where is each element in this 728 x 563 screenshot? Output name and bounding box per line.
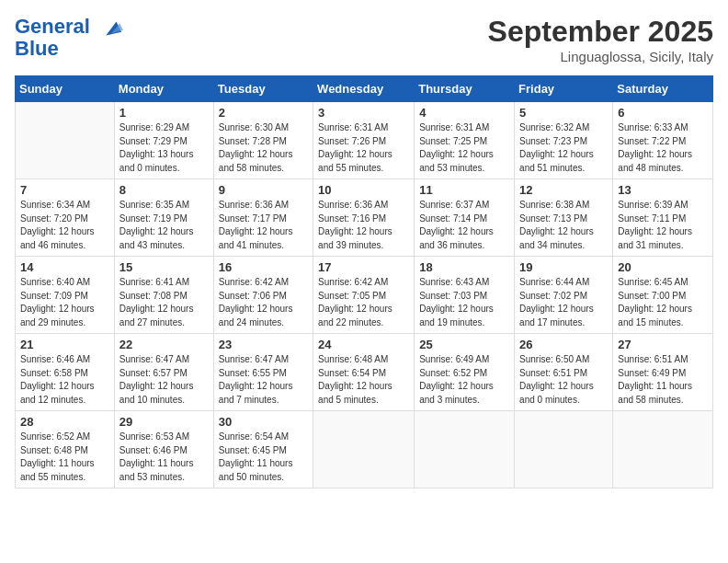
day-info: Sunrise: 6:45 AMSunset: 7:00 PMDaylight:…: [618, 276, 708, 329]
weekday-monday: Monday: [114, 76, 213, 102]
calendar-cell: 12Sunrise: 6:38 AMSunset: 7:13 PMDayligh…: [515, 179, 613, 257]
calendar-cell: 1Sunrise: 6:29 AMSunset: 7:29 PMDaylight…: [114, 102, 213, 179]
calendar-cell: [313, 411, 415, 488]
calendar-cell: 8Sunrise: 6:35 AMSunset: 7:19 PMDaylight…: [114, 179, 213, 257]
day-number: 9: [219, 183, 308, 197]
day-number: 30: [219, 415, 308, 429]
calendar-cell: 9Sunrise: 6:36 AMSunset: 7:17 PMDaylight…: [213, 179, 313, 257]
day-info: Sunrise: 6:39 AMSunset: 7:11 PMDaylight:…: [618, 199, 708, 252]
calendar-cell: 16Sunrise: 6:42 AMSunset: 7:06 PMDayligh…: [213, 257, 313, 334]
weekday-friday: Friday: [515, 76, 613, 102]
day-number: 5: [519, 106, 608, 120]
day-number: 20: [618, 260, 708, 274]
day-info: Sunrise: 6:49 AMSunset: 6:52 PMDaylight:…: [419, 353, 509, 407]
calendar-body: 1Sunrise: 6:29 AMSunset: 7:29 PMDaylight…: [16, 102, 713, 488]
calendar-cell: 13Sunrise: 6:39 AMSunset: 7:11 PMDayligh…: [613, 179, 713, 257]
day-info: Sunrise: 6:48 AMSunset: 6:54 PMDaylight:…: [318, 353, 409, 407]
week-row-3: 14Sunrise: 6:40 AMSunset: 7:09 PMDayligh…: [16, 257, 713, 334]
calendar-cell: [613, 411, 713, 488]
calendar-cell: 27Sunrise: 6:51 AMSunset: 6:49 PMDayligh…: [613, 334, 713, 411]
calendar-cell: 22Sunrise: 6:47 AMSunset: 6:57 PMDayligh…: [114, 334, 213, 411]
calendar-cell: 25Sunrise: 6:49 AMSunset: 6:52 PMDayligh…: [415, 334, 515, 411]
calendar-cell: [415, 411, 515, 488]
day-info: Sunrise: 6:54 AMSunset: 6:45 PMDaylight:…: [219, 431, 308, 484]
day-info: Sunrise: 6:42 AMSunset: 7:06 PMDaylight:…: [219, 276, 308, 329]
day-info: Sunrise: 6:53 AMSunset: 6:46 PMDaylight:…: [119, 431, 209, 484]
day-info: Sunrise: 6:33 AMSunset: 7:22 PMDaylight:…: [618, 121, 708, 175]
weekday-thursday: Thursday: [415, 76, 515, 102]
day-number: 10: [318, 183, 409, 197]
logo-icon: [97, 15, 123, 40]
day-number: 18: [419, 260, 509, 274]
week-row-1: 1Sunrise: 6:29 AMSunset: 7:29 PMDaylight…: [16, 102, 713, 179]
weekday-wednesday: Wednesday: [313, 76, 415, 102]
day-info: Sunrise: 6:34 AMSunset: 7:20 PMDaylight:…: [20, 199, 109, 252]
calendar-cell: 7Sunrise: 6:34 AMSunset: 7:20 PMDaylight…: [16, 179, 115, 257]
day-info: Sunrise: 6:31 AMSunset: 7:25 PMDaylight:…: [419, 121, 509, 175]
location: Linguaglossa, Sicily, Italy: [488, 49, 713, 64]
day-number: 24: [318, 338, 409, 351]
calendar-cell: 14Sunrise: 6:40 AMSunset: 7:09 PMDayligh…: [16, 257, 115, 334]
day-number: 16: [219, 260, 308, 274]
day-info: Sunrise: 6:46 AMSunset: 6:58 PMDaylight:…: [20, 353, 109, 407]
day-number: 29: [119, 415, 209, 429]
day-number: 13: [618, 183, 708, 197]
page-header: General Blue September 2025 Linguaglossa…: [15, 15, 713, 64]
calendar-cell: [16, 102, 115, 179]
logo-line2: Blue: [15, 37, 59, 61]
day-info: Sunrise: 6:43 AMSunset: 7:03 PMDaylight:…: [419, 276, 509, 329]
calendar-cell: 5Sunrise: 6:32 AMSunset: 7:23 PMDaylight…: [515, 102, 613, 179]
day-number: 17: [318, 260, 409, 274]
day-number: 14: [20, 260, 109, 274]
day-number: 21: [20, 338, 109, 351]
day-info: Sunrise: 6:29 AMSunset: 7:29 PMDaylight:…: [119, 121, 209, 175]
day-info: Sunrise: 6:47 AMSunset: 6:55 PMDaylight:…: [219, 353, 308, 407]
day-info: Sunrise: 6:51 AMSunset: 6:49 PMDaylight:…: [618, 353, 708, 407]
calendar-cell: 2Sunrise: 6:30 AMSunset: 7:28 PMDaylight…: [213, 102, 313, 179]
day-info: Sunrise: 6:38 AMSunset: 7:13 PMDaylight:…: [519, 199, 608, 252]
day-number: 15: [119, 260, 209, 274]
calendar-cell: 18Sunrise: 6:43 AMSunset: 7:03 PMDayligh…: [415, 257, 515, 334]
calendar-cell: 11Sunrise: 6:37 AMSunset: 7:14 PMDayligh…: [415, 179, 515, 257]
calendar-cell: 29Sunrise: 6:53 AMSunset: 6:46 PMDayligh…: [114, 411, 213, 488]
day-number: 22: [119, 338, 209, 351]
day-number: 8: [119, 183, 209, 197]
day-info: Sunrise: 6:44 AMSunset: 7:02 PMDaylight:…: [519, 276, 608, 329]
calendar-cell: 28Sunrise: 6:52 AMSunset: 6:48 PMDayligh…: [16, 411, 115, 488]
day-info: Sunrise: 6:30 AMSunset: 7:28 PMDaylight:…: [219, 121, 308, 175]
day-number: 3: [318, 106, 409, 120]
day-number: 12: [519, 183, 608, 197]
day-number: 1: [119, 106, 209, 120]
day-number: 2: [219, 106, 308, 120]
day-info: Sunrise: 6:37 AMSunset: 7:14 PMDaylight:…: [419, 199, 509, 252]
calendar-cell: 30Sunrise: 6:54 AMSunset: 6:45 PMDayligh…: [213, 411, 313, 488]
calendar-cell: [515, 411, 613, 488]
day-info: Sunrise: 6:36 AMSunset: 7:17 PMDaylight:…: [219, 199, 308, 252]
title-block: September 2025 Linguaglossa, Sicily, Ita…: [488, 15, 713, 64]
day-info: Sunrise: 6:40 AMSunset: 7:09 PMDaylight:…: [20, 276, 109, 329]
week-row-4: 21Sunrise: 6:46 AMSunset: 6:58 PMDayligh…: [16, 334, 713, 411]
day-number: 19: [519, 260, 608, 274]
calendar-cell: 23Sunrise: 6:47 AMSunset: 6:55 PMDayligh…: [213, 334, 313, 411]
day-number: 4: [419, 106, 509, 120]
day-number: 11: [419, 183, 509, 197]
day-number: 27: [618, 338, 708, 351]
day-info: Sunrise: 6:32 AMSunset: 7:23 PMDaylight:…: [519, 121, 608, 175]
weekday-header-row: SundayMondayTuesdayWednesdayThursdayFrid…: [16, 76, 713, 102]
calendar-cell: 10Sunrise: 6:36 AMSunset: 7:16 PMDayligh…: [313, 179, 415, 257]
day-info: Sunrise: 6:36 AMSunset: 7:16 PMDaylight:…: [318, 199, 409, 252]
day-number: 23: [219, 338, 308, 351]
calendar-cell: 6Sunrise: 6:33 AMSunset: 7:22 PMDaylight…: [613, 102, 713, 179]
calendar-cell: 15Sunrise: 6:41 AMSunset: 7:08 PMDayligh…: [114, 257, 213, 334]
week-row-2: 7Sunrise: 6:34 AMSunset: 7:20 PMDaylight…: [16, 179, 713, 257]
day-number: 6: [618, 106, 708, 120]
calendar-cell: 19Sunrise: 6:44 AMSunset: 7:02 PMDayligh…: [515, 257, 613, 334]
day-info: Sunrise: 6:31 AMSunset: 7:26 PMDaylight:…: [318, 121, 409, 175]
week-row-5: 28Sunrise: 6:52 AMSunset: 6:48 PMDayligh…: [16, 411, 713, 488]
weekday-saturday: Saturday: [613, 76, 713, 102]
calendar-cell: 21Sunrise: 6:46 AMSunset: 6:58 PMDayligh…: [16, 334, 115, 411]
day-info: Sunrise: 6:35 AMSunset: 7:19 PMDaylight:…: [119, 199, 209, 252]
day-info: Sunrise: 6:42 AMSunset: 7:05 PMDaylight:…: [318, 276, 409, 329]
calendar-cell: 4Sunrise: 6:31 AMSunset: 7:25 PMDaylight…: [415, 102, 515, 179]
weekday-sunday: Sunday: [16, 76, 115, 102]
